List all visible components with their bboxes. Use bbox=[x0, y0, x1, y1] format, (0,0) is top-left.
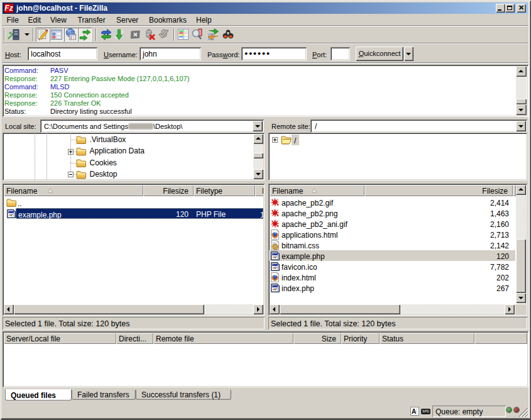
svg-text:A: A bbox=[412, 408, 416, 415]
